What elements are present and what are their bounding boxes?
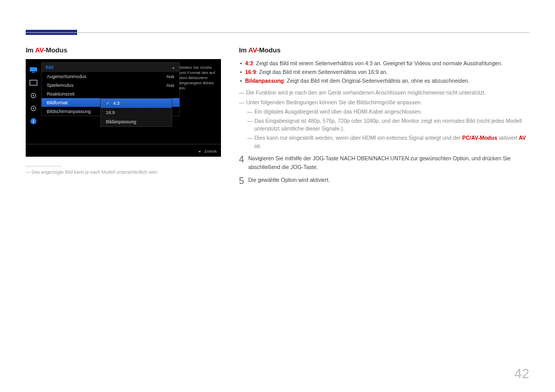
osd-sidebar-icons: i (26, 59, 41, 157)
step-number: 5 (239, 176, 248, 185)
osd-submenu-item-selected[interactable]: ✓ 4:3 (101, 99, 172, 108)
svg-point-6 (33, 108, 34, 109)
step-item: 5 Die gewählte Option wird aktiviert. (239, 176, 529, 185)
svg-rect-0 (30, 67, 37, 71)
footnote-rule (26, 166, 62, 166)
osd-submenu-item[interactable]: 16:9 (101, 108, 172, 117)
page-number: 42 (514, 366, 529, 382)
check-icon: ✓ (106, 101, 110, 106)
osd-submenu-item[interactable]: Bildanpassung (101, 117, 172, 126)
right-column: Im AV-Modus 4:3: Zeigt das Bild mit eine… (231, 46, 529, 185)
osd-menu-item[interactable]: Spielemodus Aus (42, 81, 179, 89)
osd-menu-item[interactable]: Augenschonmodus Aus (42, 72, 179, 81)
step-body: Navigieren Sie mithilfe der JOG-Taste NA… (248, 154, 529, 172)
list-item: Bildanpassung: Zeigt das Bild mit dem Or… (239, 77, 529, 85)
left-column: Im AV-Modus i (26, 46, 231, 185)
osd-menu-item[interactable]: Reaktionszeit (42, 89, 179, 98)
osd-panel-header: Bild ▲ (42, 63, 179, 72)
info-icon: i (29, 118, 38, 125)
arrow-left-icon: ◂ (198, 149, 200, 154)
osd-footer: ◂ Zurück (198, 149, 217, 154)
accent-text: AV (35, 46, 43, 54)
svg-point-4 (33, 95, 34, 97)
accent-text: AV (248, 46, 256, 54)
gear-icon (29, 92, 38, 99)
footnote-text: ― Das angezeigte Bild kann je nach Model… (26, 169, 224, 176)
note-sub-text: Dies kann nur eingestellt werden, wenn ü… (247, 134, 529, 150)
svg-text:i: i (33, 119, 34, 124)
osd-footer-rule (26, 144, 221, 144)
right-heading: Im AV-Modus (239, 46, 529, 54)
frame-icon (29, 79, 38, 86)
step-number: 4 (239, 154, 248, 172)
note-sub-text: Das Eingabesignal ist 480p, 576p, 720p o… (247, 117, 529, 133)
header-rule (26, 32, 529, 33)
gear-icon-2 (29, 105, 38, 112)
step-body: Die gewählte Option wird aktiviert. (248, 176, 529, 185)
note-text: Die Funktion wird je nach den am Gerät v… (239, 89, 529, 97)
osd-submenu: ✓ 4:3 16:9 Bildanpassung (100, 98, 172, 127)
left-heading: Im AV-Modus (26, 46, 224, 54)
bullet-list: 4:3: Zeigt das Bild mit einem Seitenverh… (239, 59, 529, 85)
note-sub-text: Ein digitales Ausgabegerät wird über das… (247, 108, 529, 116)
monitor-icon (29, 66, 38, 73)
list-item: 4:3: Zeigt das Bild mit einem Seitenverh… (239, 59, 529, 68)
list-item: 16:9: Zeigt das Bild mit einem Seitenver… (239, 68, 529, 77)
svg-rect-1 (32, 72, 35, 73)
note-text: Unter folgenden Bedingungen können Sie d… (239, 99, 529, 106)
arrow-up-icon: ▲ (172, 66, 175, 69)
osd-description: Stellen Sie Größe und Format des auf dem… (179, 65, 218, 91)
svg-rect-2 (30, 80, 37, 85)
osd-screenshot: i Bild ▲ Augenschonmodus Aus Spielemodus… (26, 59, 221, 157)
osd-back-label[interactable]: Zurück (205, 149, 217, 154)
step-item: 4 Navigieren Sie mithilfe der JOG-Taste … (239, 154, 529, 172)
